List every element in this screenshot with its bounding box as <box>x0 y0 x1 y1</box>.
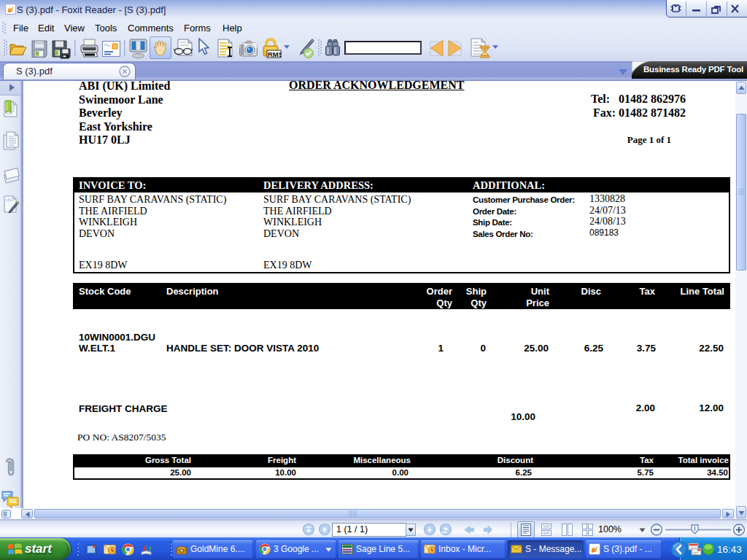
svg-text:RMS: RMS <box>268 50 282 58</box>
